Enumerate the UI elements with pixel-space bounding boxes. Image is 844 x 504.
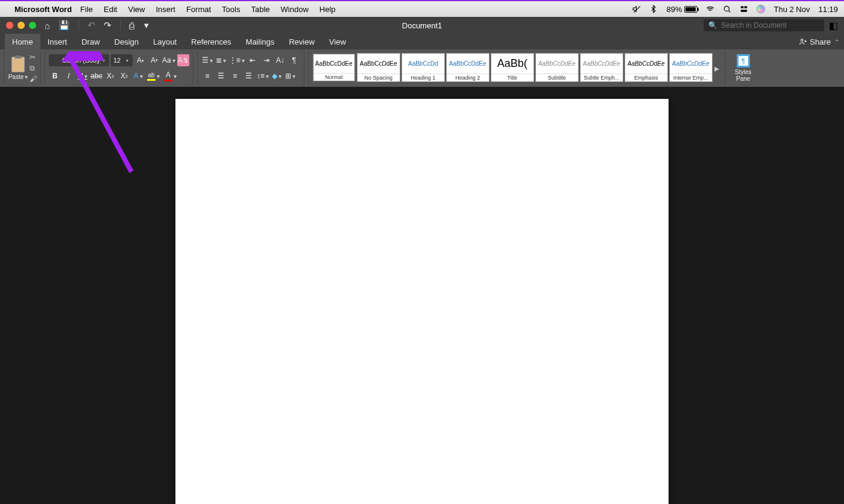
mute-icon[interactable] [632,5,641,13]
font-size-select[interactable]: 12▾ [111,54,133,66]
style-preview: AaBbCcDdEe [538,54,576,74]
change-case-button[interactable]: Aa▾ [162,54,175,66]
menubar-time[interactable]: 11:19 [818,5,838,14]
qat-more-icon[interactable]: ▾ [144,20,149,31]
font-color-button[interactable]: A▾ [163,70,178,82]
cut-icon[interactable]: ✂ [30,53,37,61]
italic-button[interactable]: I [63,70,75,82]
font-name-select[interactable]: Calibri (Body)▾ [49,54,109,66]
borders-button[interactable]: ⊞▾ [285,70,297,82]
style-heading-2[interactable]: AaBbCcDdEeHeading 2 [446,53,490,82]
align-right-button[interactable]: ≡ [229,70,241,82]
text-effects-button[interactable]: A▾ [132,70,144,82]
style-normal[interactable]: AaBbCcDdEeNormal [312,53,356,82]
spotlight-icon[interactable] [723,5,731,13]
tab-draw[interactable]: Draw [74,34,107,49]
separator [78,20,79,30]
svg-rect-5 [741,10,748,12]
styles-pane-button[interactable]: ¶ Styles Pane [731,54,755,82]
undo-icon[interactable]: ↶ [87,20,95,31]
style-no-spacing[interactable]: AaBbCcDdEeNo Spacing [357,53,400,82]
format-painter-icon[interactable]: 🖌 [30,75,37,83]
share-button[interactable]: Share ⌃ [799,34,844,49]
menu-file[interactable]: File [80,5,93,14]
document-page[interactable] [175,99,669,504]
subscript-button[interactable]: X2 [104,70,116,82]
clear-format-button[interactable]: A↯ [177,54,189,66]
battery-status[interactable]: 89% [666,5,698,14]
menu-table[interactable]: Table [251,5,269,14]
feedback-icon[interactable]: ◧ [829,20,838,31]
decrease-indent-button[interactable]: ⇤ [247,54,259,66]
close-button[interactable] [6,22,13,29]
menu-edit[interactable]: Edit [104,5,117,14]
menu-format[interactable]: Format [186,5,211,14]
control-center-icon[interactable] [740,5,748,13]
menu-help[interactable]: Help [320,5,336,14]
tab-references[interactable]: References [184,34,238,49]
app-name[interactable]: Microsoft Word [14,5,72,14]
tab-layout[interactable]: Layout [146,34,184,49]
tab-review[interactable]: Review [282,34,322,49]
multilevel-button[interactable]: ⋮≡▾ [229,54,245,66]
tab-design[interactable]: Design [107,34,146,49]
traffic-lights [6,22,36,29]
style-intense-emp-[interactable]: AaBbCcDdEeIntense Emp... [669,53,713,82]
svg-rect-4 [745,6,748,8]
menu-view[interactable]: View [128,5,145,14]
line-spacing-button[interactable]: ↕≡▾ [257,70,269,82]
tab-view[interactable]: View [322,34,353,49]
sort-button[interactable]: A↓ [274,54,286,66]
search-input[interactable] [721,21,819,30]
document-area[interactable] [0,87,844,504]
menu-tools[interactable]: Tools [222,5,240,14]
shrink-font-button[interactable]: A▾ [148,54,160,66]
save-icon[interactable]: 💾 [58,20,70,31]
style-subtitle[interactable]: AaBbCcDdEeSubtitle [535,53,579,82]
align-center-button[interactable]: ☰ [215,70,227,82]
font-name-value: Calibri (Body) [62,57,101,64]
style-title[interactable]: AaBb(Title [491,53,534,82]
copy-icon[interactable]: ⧉ [30,64,37,72]
maximize-button[interactable] [29,22,36,29]
highlight-button[interactable]: ab▾ [146,70,161,82]
tab-insert[interactable]: Insert [40,34,75,49]
tab-mailings[interactable]: Mailings [239,34,282,49]
align-left-button[interactable]: ≡ [201,70,213,82]
menubar-right: 89% Thu 2 Nov 11:19 [632,5,838,14]
siri-icon[interactable] [757,5,765,13]
style-preview: AaBb( [497,54,528,74]
style-preview: AaBbCcDd [408,54,438,74]
styles-pane-label: Styles Pane [735,69,751,82]
increase-indent-button[interactable]: ⇥ [260,54,272,66]
strikethrough-button[interactable]: abc [90,70,102,82]
battery-percent: 89% [666,5,682,14]
justify-button[interactable]: ☰ [243,70,255,82]
underline-button[interactable]: U▾ [77,70,89,82]
style-heading-1[interactable]: AaBbCcDdHeading 1 [402,53,445,82]
styles-more-button[interactable]: ▸ [713,63,721,74]
minimize-button[interactable] [17,22,25,29]
style-subtle-emph-[interactable]: AaBbCcDdEeSubtle Emph... [580,53,623,82]
redo-icon[interactable]: ↷ [104,20,112,31]
bullets-button[interactable]: ☰▾ [201,54,213,66]
menubar-date[interactable]: Thu 2 Nov [773,5,810,14]
print-icon[interactable]: ⎙ [129,20,134,31]
superscript-button[interactable]: X2 [118,70,130,82]
style-preview: AaBbCcDdEe [315,54,353,73]
paste-button[interactable]: Paste▾ [8,57,28,80]
show-marks-button[interactable]: ¶ [288,54,300,66]
bluetooth-icon[interactable] [649,5,658,13]
svg-line-2 [729,10,731,12]
search-box[interactable]: 🔍 [704,19,824,31]
wifi-icon[interactable] [706,5,714,13]
home-icon[interactable]: ⌂ [45,20,50,31]
style-emphasis[interactable]: AaBbCcDdEeEmphasis [625,53,668,82]
shading-button[interactable]: ◆▾ [271,70,283,82]
bold-button[interactable]: B [49,70,61,82]
tab-home[interactable]: Home [5,34,40,49]
menu-insert[interactable]: Insert [156,5,175,14]
menu-window[interactable]: Window [281,5,309,14]
grow-font-button[interactable]: A▴ [134,54,146,66]
numbering-button[interactable]: ≣▾ [215,54,227,66]
